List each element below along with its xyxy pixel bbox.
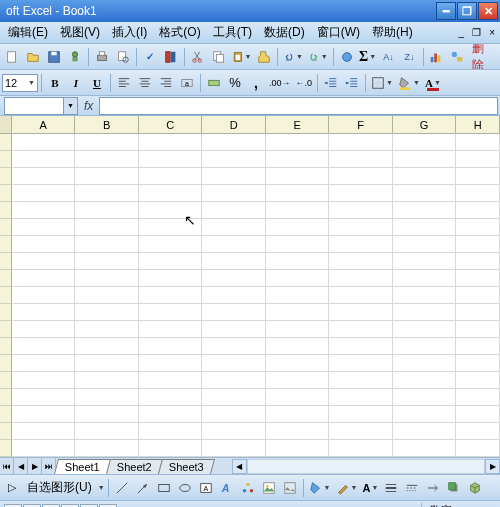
cell[interactable] bbox=[456, 355, 500, 372]
cell[interactable] bbox=[202, 406, 265, 423]
cell[interactable] bbox=[139, 372, 202, 389]
cell[interactable] bbox=[75, 185, 138, 202]
cell[interactable] bbox=[202, 185, 265, 202]
cell[interactable] bbox=[393, 219, 456, 236]
arrow-style-icon[interactable] bbox=[423, 478, 443, 498]
increase-indent-icon[interactable] bbox=[342, 73, 362, 93]
cell[interactable] bbox=[75, 287, 138, 304]
cell[interactable] bbox=[12, 253, 75, 270]
cell[interactable] bbox=[75, 151, 138, 168]
fill-color-icon[interactable]: ▼ bbox=[396, 73, 422, 93]
hyperlink-icon[interactable] bbox=[337, 47, 357, 67]
doc-close-button[interactable]: × bbox=[486, 27, 498, 38]
close-button[interactable]: ✕ bbox=[478, 2, 498, 20]
chart-wizard-icon[interactable] bbox=[426, 47, 446, 67]
minimize-button[interactable]: ━ bbox=[436, 2, 456, 20]
row-header[interactable] bbox=[0, 321, 12, 338]
menu-window[interactable]: 窗口(W) bbox=[311, 22, 366, 43]
cell[interactable] bbox=[202, 287, 265, 304]
new-icon[interactable] bbox=[2, 47, 22, 67]
cell[interactable] bbox=[393, 321, 456, 338]
cell[interactable] bbox=[12, 219, 75, 236]
cell[interactable] bbox=[12, 389, 75, 406]
cell[interactable] bbox=[75, 440, 138, 457]
cell[interactable] bbox=[202, 355, 265, 372]
cell[interactable] bbox=[329, 219, 392, 236]
cell[interactable] bbox=[139, 236, 202, 253]
name-box-dropdown[interactable]: ▼ bbox=[64, 97, 78, 115]
row-header[interactable] bbox=[0, 270, 12, 287]
print-icon[interactable] bbox=[92, 47, 112, 67]
cell[interactable] bbox=[266, 338, 329, 355]
column-header-C[interactable]: C bbox=[139, 116, 202, 133]
arrow-icon[interactable] bbox=[133, 478, 153, 498]
cell[interactable] bbox=[139, 270, 202, 287]
save-icon[interactable] bbox=[44, 47, 64, 67]
cell[interactable] bbox=[329, 202, 392, 219]
comma-icon[interactable]: , bbox=[246, 73, 266, 93]
cell[interactable] bbox=[266, 151, 329, 168]
cell[interactable] bbox=[139, 253, 202, 270]
line-color-icon[interactable]: ▼ bbox=[334, 478, 360, 498]
cell[interactable] bbox=[75, 389, 138, 406]
menu-format[interactable]: 格式(O) bbox=[153, 22, 206, 43]
cell[interactable] bbox=[139, 355, 202, 372]
draw-menu-icon[interactable]: ▷ bbox=[2, 478, 22, 498]
cell[interactable] bbox=[12, 151, 75, 168]
cell[interactable] bbox=[139, 151, 202, 168]
cell[interactable] bbox=[329, 185, 392, 202]
column-header-E[interactable]: E bbox=[266, 116, 329, 133]
hscroll-right[interactable]: ▶ bbox=[485, 459, 500, 474]
cell[interactable] bbox=[75, 338, 138, 355]
cell[interactable] bbox=[75, 423, 138, 440]
hscroll-left[interactable]: ◀ bbox=[232, 459, 247, 474]
cell[interactable] bbox=[12, 270, 75, 287]
fx-button[interactable]: fx bbox=[78, 99, 99, 113]
cell[interactable] bbox=[329, 151, 392, 168]
sheet-tab-2[interactable]: Sheet2 bbox=[106, 459, 163, 474]
fontsize-input[interactable]: 12▼ bbox=[2, 74, 38, 92]
cell[interactable] bbox=[393, 338, 456, 355]
cell[interactable] bbox=[202, 168, 265, 185]
cell[interactable] bbox=[329, 236, 392, 253]
cell[interactable] bbox=[329, 168, 392, 185]
cell[interactable] bbox=[12, 355, 75, 372]
formula-input[interactable] bbox=[99, 97, 498, 115]
cell[interactable] bbox=[329, 440, 392, 457]
cell[interactable] bbox=[266, 355, 329, 372]
cell[interactable] bbox=[75, 134, 138, 151]
doc-restore-button[interactable]: ❐ bbox=[469, 27, 484, 38]
row-header[interactable] bbox=[0, 236, 12, 253]
tab-nav-next[interactable]: ▶ bbox=[28, 458, 42, 474]
row-header[interactable] bbox=[0, 151, 12, 168]
fill-color-draw-icon[interactable]: ▼ bbox=[307, 478, 333, 498]
oval-icon[interactable] bbox=[175, 478, 195, 498]
row-header[interactable] bbox=[0, 389, 12, 406]
cell[interactable] bbox=[266, 185, 329, 202]
row-header[interactable] bbox=[0, 253, 12, 270]
menu-edit[interactable]: 编辑(E) bbox=[2, 22, 54, 43]
sort-desc-icon[interactable]: Z↓ bbox=[400, 47, 420, 67]
cell[interactable] bbox=[393, 151, 456, 168]
cell[interactable] bbox=[139, 321, 202, 338]
cell[interactable] bbox=[12, 406, 75, 423]
cell[interactable] bbox=[75, 253, 138, 270]
cell[interactable] bbox=[329, 423, 392, 440]
cell[interactable] bbox=[75, 202, 138, 219]
drawing-toggle-icon[interactable] bbox=[447, 47, 467, 67]
name-box[interactable] bbox=[4, 97, 64, 115]
line-style-icon[interactable] bbox=[381, 478, 401, 498]
row-header[interactable] bbox=[0, 219, 12, 236]
cell[interactable] bbox=[329, 355, 392, 372]
italic-button[interactable]: I bbox=[66, 73, 86, 93]
cell[interactable] bbox=[329, 372, 392, 389]
cell[interactable] bbox=[456, 270, 500, 287]
align-center-icon[interactable] bbox=[135, 73, 155, 93]
cell[interactable] bbox=[12, 236, 75, 253]
spreadsheet-grid[interactable] bbox=[0, 134, 500, 457]
cell[interactable] bbox=[266, 270, 329, 287]
cell[interactable] bbox=[266, 406, 329, 423]
cell[interactable] bbox=[456, 151, 500, 168]
decrease-decimal-icon[interactable]: ←.0 bbox=[294, 73, 315, 93]
column-header-D[interactable]: D bbox=[202, 116, 265, 133]
